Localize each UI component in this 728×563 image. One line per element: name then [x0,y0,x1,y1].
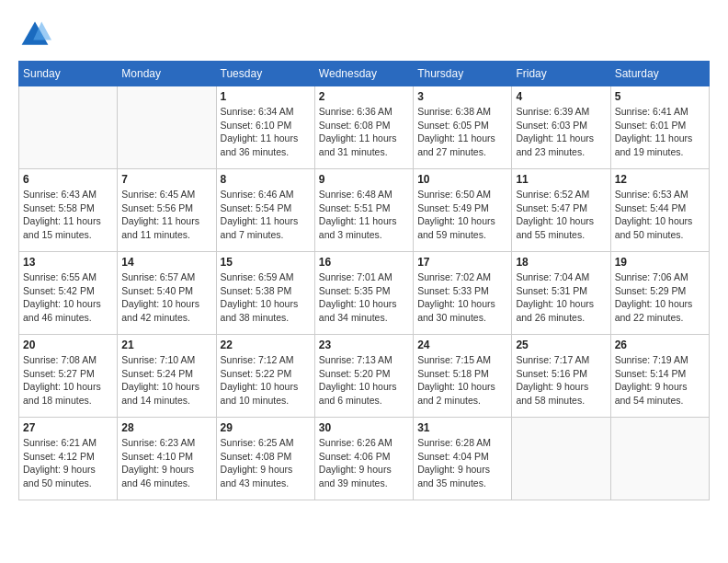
day-cell: 23Sunrise: 7:13 AM Sunset: 5:20 PM Dayli… [314,335,413,418]
logo [18,18,57,52]
day-number: 12 [615,173,705,186]
day-number: 24 [417,339,507,351]
weekday-header-monday: Monday [118,62,216,86]
day-cell: 7Sunrise: 6:45 AM Sunset: 5:56 PM Daylig… [118,169,216,252]
day-cell: 6Sunrise: 6:43 AM Sunset: 5:58 PM Daylig… [19,169,118,252]
week-row-5: 27Sunrise: 6:21 AM Sunset: 4:12 PM Dayli… [19,418,710,500]
day-number: 27 [23,421,113,434]
day-info: Sunrise: 6:50 AM Sunset: 5:49 PM Dayligh… [417,188,507,242]
day-info: Sunrise: 7:04 AM Sunset: 5:31 PM Dayligh… [516,270,606,325]
day-number: 4 [516,90,606,103]
day-number: 29 [221,421,311,434]
day-cell: 3Sunrise: 6:38 AM Sunset: 6:05 PM Daylig… [414,86,512,169]
day-number: 13 [23,256,113,269]
day-cell: 10Sunrise: 6:50 AM Sunset: 5:49 PM Dayli… [414,169,512,252]
day-cell: 25Sunrise: 7:17 AM Sunset: 5:16 PM Dayli… [512,335,610,418]
day-cell: 9Sunrise: 6:48 AM Sunset: 5:51 PM Daylig… [314,169,413,252]
day-cell [118,86,216,169]
day-info: Sunrise: 7:19 AM Sunset: 5:14 PM Dayligh… [615,353,705,408]
day-cell: 27Sunrise: 6:21 AM Sunset: 4:12 PM Dayli… [19,418,118,500]
day-info: Sunrise: 7:08 AM Sunset: 5:27 PM Dayligh… [23,353,113,408]
day-cell: 28Sunrise: 6:23 AM Sunset: 4:10 PM Dayli… [118,418,216,500]
day-info: Sunrise: 6:38 AM Sunset: 6:05 PM Dayligh… [417,105,507,159]
day-info: Sunrise: 6:46 AM Sunset: 5:54 PM Dayligh… [221,188,311,242]
weekday-header-row: SundayMondayTuesdayWednesdayThursdayFrid… [19,62,710,86]
day-cell: 16Sunrise: 7:01 AM Sunset: 5:35 PM Dayli… [314,252,413,335]
day-info: Sunrise: 7:13 AM Sunset: 5:20 PM Dayligh… [319,353,409,408]
day-number: 7 [121,173,211,186]
day-number: 31 [417,421,507,434]
day-number: 14 [121,256,211,269]
day-info: Sunrise: 6:28 AM Sunset: 4:04 PM Dayligh… [417,436,507,490]
day-cell: 22Sunrise: 7:12 AM Sunset: 5:22 PM Dayli… [216,335,314,418]
day-info: Sunrise: 7:10 AM Sunset: 5:24 PM Dayligh… [121,353,211,408]
week-row-1: 1Sunrise: 6:34 AM Sunset: 6:10 PM Daylig… [19,86,710,169]
day-number: 16 [319,256,409,269]
day-info: Sunrise: 6:45 AM Sunset: 5:56 PM Dayligh… [121,188,211,242]
day-info: Sunrise: 6:52 AM Sunset: 5:47 PM Dayligh… [516,188,606,242]
day-cell [19,86,118,169]
day-cell: 14Sunrise: 6:57 AM Sunset: 5:40 PM Dayli… [118,252,216,335]
day-info: Sunrise: 7:12 AM Sunset: 5:22 PM Dayligh… [221,353,311,408]
day-info: Sunrise: 7:01 AM Sunset: 5:35 PM Dayligh… [319,270,409,325]
weekday-header-sunday: Sunday [19,62,118,86]
weekday-header-saturday: Saturday [610,62,709,86]
day-info: Sunrise: 6:36 AM Sunset: 6:08 PM Dayligh… [319,105,409,159]
day-number: 28 [121,421,211,434]
day-number: 17 [417,256,507,269]
week-row-4: 20Sunrise: 7:08 AM Sunset: 5:27 PM Dayli… [19,335,710,418]
day-number: 5 [615,90,705,103]
calendar-table: SundayMondayTuesdayWednesdayThursdayFrid… [18,61,710,500]
day-info: Sunrise: 6:34 AM Sunset: 6:10 PM Dayligh… [221,105,311,159]
day-number: 10 [417,173,507,186]
weekday-header-tuesday: Tuesday [216,62,314,86]
day-cell: 12Sunrise: 6:53 AM Sunset: 5:44 PM Dayli… [610,169,709,252]
day-info: Sunrise: 6:39 AM Sunset: 6:03 PM Dayligh… [516,105,606,159]
logo-icon [18,18,51,52]
day-cell [512,418,610,500]
day-info: Sunrise: 7:02 AM Sunset: 5:33 PM Dayligh… [417,270,507,325]
day-cell: 21Sunrise: 7:10 AM Sunset: 5:24 PM Dayli… [118,335,216,418]
day-info: Sunrise: 6:55 AM Sunset: 5:42 PM Dayligh… [23,270,113,325]
day-number: 30 [319,421,409,434]
day-info: Sunrise: 6:25 AM Sunset: 4:08 PM Dayligh… [221,436,311,490]
day-cell: 2Sunrise: 6:36 AM Sunset: 6:08 PM Daylig… [314,86,413,169]
day-cell: 20Sunrise: 7:08 AM Sunset: 5:27 PM Dayli… [19,335,118,418]
week-row-2: 6Sunrise: 6:43 AM Sunset: 5:58 PM Daylig… [19,169,710,252]
day-cell: 18Sunrise: 7:04 AM Sunset: 5:31 PM Dayli… [512,252,610,335]
weekday-header-friday: Friday [512,62,610,86]
day-cell: 15Sunrise: 6:59 AM Sunset: 5:38 PM Dayli… [216,252,314,335]
day-number: 22 [221,339,311,351]
day-cell: 17Sunrise: 7:02 AM Sunset: 5:33 PM Dayli… [414,252,512,335]
day-info: Sunrise: 7:06 AM Sunset: 5:29 PM Dayligh… [615,270,705,325]
day-cell: 19Sunrise: 7:06 AM Sunset: 5:29 PM Dayli… [610,252,709,335]
weekday-header-wednesday: Wednesday [314,62,413,86]
day-info: Sunrise: 6:26 AM Sunset: 4:06 PM Dayligh… [319,436,409,490]
day-cell: 30Sunrise: 6:26 AM Sunset: 4:06 PM Dayli… [314,418,413,500]
day-number: 25 [516,339,606,351]
day-info: Sunrise: 6:53 AM Sunset: 5:44 PM Dayligh… [615,188,705,242]
day-cell [610,418,709,500]
day-cell: 29Sunrise: 6:25 AM Sunset: 4:08 PM Dayli… [216,418,314,500]
day-cell: 1Sunrise: 6:34 AM Sunset: 6:10 PM Daylig… [216,86,314,169]
day-cell: 5Sunrise: 6:41 AM Sunset: 6:01 PM Daylig… [610,86,709,169]
day-number: 8 [221,173,311,186]
day-number: 11 [516,173,606,186]
day-number: 9 [319,173,409,186]
day-cell: 26Sunrise: 7:19 AM Sunset: 5:14 PM Dayli… [610,335,709,418]
day-cell: 31Sunrise: 6:28 AM Sunset: 4:04 PM Dayli… [414,418,512,500]
day-number: 26 [615,339,705,351]
day-info: Sunrise: 6:41 AM Sunset: 6:01 PM Dayligh… [615,105,705,159]
day-cell: 13Sunrise: 6:55 AM Sunset: 5:42 PM Dayli… [19,252,118,335]
day-number: 18 [516,256,606,269]
day-cell: 11Sunrise: 6:52 AM Sunset: 5:47 PM Dayli… [512,169,610,252]
day-number: 6 [23,173,113,186]
day-info: Sunrise: 6:48 AM Sunset: 5:51 PM Dayligh… [319,188,409,242]
day-number: 19 [615,256,705,269]
day-number: 2 [319,90,409,103]
day-cell: 8Sunrise: 6:46 AM Sunset: 5:54 PM Daylig… [216,169,314,252]
header [18,18,710,52]
weekday-header-thursday: Thursday [414,62,512,86]
day-number: 3 [417,90,507,103]
day-info: Sunrise: 6:43 AM Sunset: 5:58 PM Dayligh… [23,188,113,242]
